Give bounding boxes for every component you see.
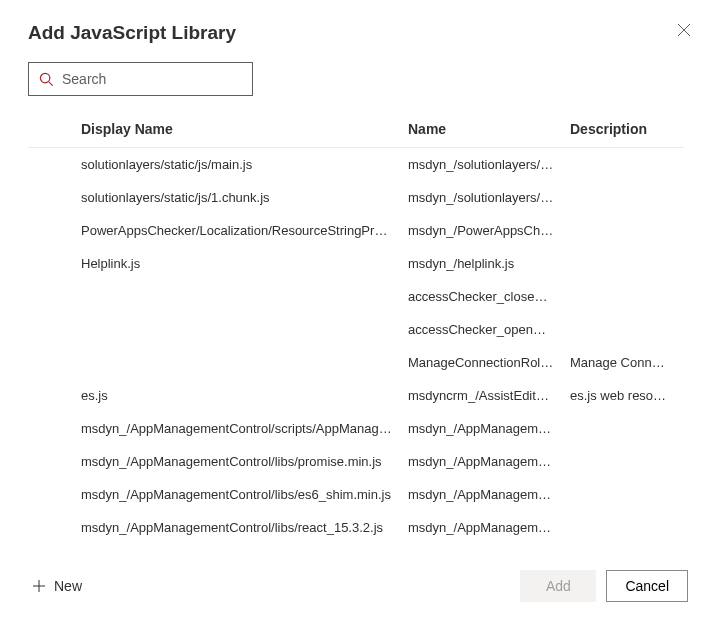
- table-row[interactable]: solutionlayers/static/js/main.jsmsdyn_/s…: [28, 148, 684, 181]
- table-header: Display Name Name Description: [28, 111, 684, 148]
- header-display-name[interactable]: Display Name: [81, 121, 408, 137]
- cell-display-name: [81, 289, 408, 304]
- cell-description: [570, 454, 684, 469]
- cell-description: [570, 190, 684, 205]
- footer-actions: Add Cancel: [520, 570, 688, 602]
- header-description[interactable]: Description: [570, 121, 684, 137]
- table-row[interactable]: msdyn_/AppManagementControl/scripts/AppM…: [28, 412, 684, 445]
- svg-point-2: [40, 73, 49, 82]
- cell-display-name: PowerAppsChecker/Localization/ResourceSt…: [81, 223, 408, 238]
- table-row[interactable]: es.jsmsdyncrm_/AssistEditCon...es.js web…: [28, 379, 684, 412]
- cell-display-name: msdyn_/AppManagementControl/libs/react_1…: [81, 520, 408, 535]
- table-row[interactable]: PowerAppsChecker/Localization/ResourceSt…: [28, 214, 684, 247]
- table-row[interactable]: accessChecker_closeDialo...: [28, 280, 684, 313]
- cell-description: Manage Connect...: [570, 355, 684, 370]
- library-table[interactable]: Display Name Name Description solutionla…: [28, 110, 688, 546]
- cell-name: msdyn_/AppManagement...: [408, 487, 570, 502]
- dialog: Add JavaScript Library Display Name Name…: [0, 0, 716, 622]
- cell-name: msdyncrm_/AssistEditCon...: [408, 388, 570, 403]
- cell-name: accessChecker_openDialo...: [408, 322, 570, 337]
- plus-icon: [32, 579, 46, 593]
- cell-name: msdyn_/AppManagement...: [408, 520, 570, 535]
- cell-description: es.js web resource.: [570, 388, 684, 403]
- table-row[interactable]: msdyn_/AppManagementControl/libs/promise…: [28, 445, 684, 478]
- cell-display-name: [81, 322, 408, 337]
- cell-description: [570, 157, 684, 172]
- dialog-header: Add JavaScript Library: [28, 22, 688, 44]
- table-row[interactable]: msdyn_/AppManagementControl/libs/es6_shi…: [28, 478, 684, 511]
- dialog-footer: New Add Cancel: [28, 546, 688, 602]
- cell-display-name: msdyn_/AppManagementControl/libs/promise…: [81, 454, 408, 469]
- cancel-button[interactable]: Cancel: [606, 570, 688, 602]
- cell-name: msdyn_/AppManagement...: [408, 421, 570, 436]
- cell-display-name: es.js: [81, 388, 408, 403]
- cell-description: [570, 223, 684, 238]
- cell-display-name: solutionlayers/static/js/main.js: [81, 157, 408, 172]
- table-row[interactable]: Helplink.jsmsdyn_/helplink.js: [28, 247, 684, 280]
- header-name[interactable]: Name: [408, 121, 570, 137]
- cell-description: [570, 256, 684, 271]
- table-row[interactable]: ManageConnectionRoles....Manage Connect.…: [28, 346, 684, 379]
- cell-display-name: msdyn_/AppManagementControl/scripts/AppM…: [81, 421, 408, 436]
- cell-display-name: solutionlayers/static/js/1.chunk.js: [81, 190, 408, 205]
- cell-description: [570, 520, 684, 535]
- cell-description: [570, 289, 684, 304]
- cell-name: msdyn_/PowerAppsCheck...: [408, 223, 570, 238]
- new-button-label: New: [54, 578, 82, 594]
- cell-display-name: Helplink.js: [81, 256, 408, 271]
- new-button[interactable]: New: [28, 572, 86, 600]
- cell-description: [570, 322, 684, 337]
- close-icon: [677, 23, 691, 37]
- table-row[interactable]: msdyn_/AppManagementControl/libs/react_1…: [28, 511, 684, 544]
- table-row[interactable]: accessChecker_openDialo...: [28, 313, 684, 346]
- table-row[interactable]: solutionlayers/static/js/1.chunk.jsmsdyn…: [28, 181, 684, 214]
- cell-display-name: msdyn_/AppManagementControl/libs/es6_shi…: [81, 487, 408, 502]
- svg-line-3: [49, 81, 53, 85]
- cell-description: [570, 421, 684, 436]
- search-box[interactable]: [28, 62, 253, 96]
- dialog-title: Add JavaScript Library: [28, 22, 236, 44]
- close-button[interactable]: [672, 18, 696, 42]
- search-icon: [39, 72, 54, 87]
- cell-display-name: [81, 355, 408, 370]
- cell-name: msdyn_/solutionlayers/sta...: [408, 190, 570, 205]
- cell-name: msdyn_/AppManagement...: [408, 454, 570, 469]
- cell-description: [570, 487, 684, 502]
- cell-name: ManageConnectionRoles....: [408, 355, 570, 370]
- add-button[interactable]: Add: [520, 570, 596, 602]
- search-input[interactable]: [62, 71, 242, 87]
- cell-name: msdyn_/solutionlayers/sta...: [408, 157, 570, 172]
- cell-name: msdyn_/helplink.js: [408, 256, 570, 271]
- cell-name: accessChecker_closeDialo...: [408, 289, 570, 304]
